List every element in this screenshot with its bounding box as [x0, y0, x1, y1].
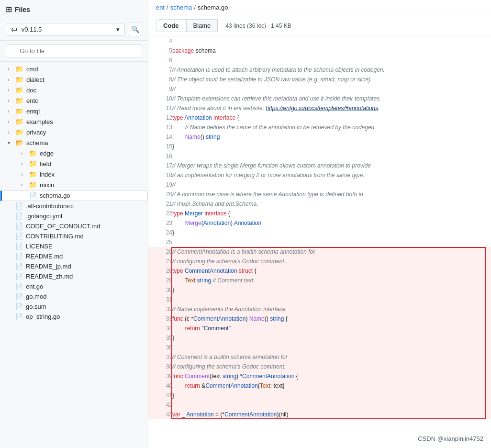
- code-line: 5 package schema: [148, 46, 491, 56]
- line-number: 27: [148, 257, 172, 266]
- sidebar-item-readme-jp[interactable]: 📄 README_jp.md: [0, 261, 148, 271]
- sidebar-item-field[interactable]: › 📁 field: [0, 158, 148, 169]
- line-number: 38: [148, 362, 172, 371]
- line-number: 35: [148, 333, 172, 343]
- goto-file-input[interactable]: [6, 45, 142, 57]
- tree-item-label: op_string.go: [26, 313, 60, 320]
- version-selector[interactable]: 🏷 v0.11.5 ▾: [6, 23, 125, 36]
- chevron-right-icon: ›: [8, 109, 13, 114]
- file-icon: 📄: [15, 273, 23, 280]
- sidebar-item-license[interactable]: 📄 LICENSE: [0, 241, 148, 251]
- line-content: // Template extensions can retrieve this…: [172, 94, 491, 103]
- sidebar-item-gomod[interactable]: 📄 go.mod: [0, 291, 148, 302]
- line-content: func Comment(text string) *CommentAnnota…: [172, 371, 491, 381]
- sidebar-item-contributing[interactable]: 📄 CONTRIBUTING.md: [0, 231, 148, 241]
- code-line: 24 }: [148, 228, 491, 237]
- tree-item-label: doc: [26, 87, 36, 94]
- sidebar-item-privacy[interactable]: › 📁 privacy: [0, 127, 148, 137]
- sidebar-item-edge[interactable]: › 📁 edge: [0, 148, 148, 158]
- sidebar-item-entgo[interactable]: 📄 ent.go: [0, 281, 148, 291]
- code-line: 31: [148, 295, 491, 304]
- sidebar-item-code-of-conduct[interactable]: 📄 CODE_OF_CONDUCT.md: [0, 221, 148, 231]
- sidebar-item-entql[interactable]: › 📁 entql: [0, 106, 148, 116]
- line-number: 10: [148, 94, 172, 103]
- search-button[interactable]: 🔍: [128, 22, 142, 36]
- sidebar-item-mixin[interactable]: › 📁 mixin: [0, 179, 148, 190]
- line-content: // mixin.Schema and ent.Schema.: [172, 199, 491, 209]
- sidebar-item-readme-zh[interactable]: 📄 README_zh.md: [0, 271, 148, 281]
- file-icon: 📄: [15, 243, 23, 250]
- code-line: 17 // Merger wraps the single Merge func…: [148, 161, 491, 170]
- tree-item-label: privacy: [26, 129, 46, 136]
- line-content: //: [172, 84, 491, 94]
- folder-icon: 📁: [29, 149, 37, 157]
- line-number: 26: [148, 247, 172, 257]
- line-content: // Merger wraps the single Merge functio…: [172, 161, 491, 170]
- sidebar-item-readme[interactable]: 📄 README.md: [0, 251, 148, 261]
- code-line: 11 // Read more about it in ent website:…: [148, 103, 491, 113]
- sidebar-item-opstring[interactable]: 📄 op_string.go: [0, 312, 148, 322]
- code-line: 26 // CommentAnnotation is a builtin sch…: [148, 247, 491, 257]
- tree-item-label: .all-contributorsrc: [26, 202, 74, 210]
- version-row: 🏷 v0.11.5 ▾ 🔍: [0, 18, 148, 41]
- file-icon: 📄: [15, 263, 23, 270]
- line-content: // CommentAnnotation is a builtin schema…: [172, 247, 491, 257]
- code-view[interactable]: 4 5 package schema 6 7 // Annotation is …: [148, 36, 491, 448]
- file-icon: 📄: [15, 283, 23, 290]
- sidebar-item-examples[interactable]: › 📁 examples: [0, 116, 148, 127]
- folder-icon: 📁: [15, 97, 23, 104]
- line-content: type Merger interface {: [172, 209, 491, 218]
- line-content: [172, 343, 491, 352]
- sidebar-item-cmd[interactable]: › 📁 cmd: [0, 64, 148, 74]
- code-line: 39 func Comment(text string) *CommentAnn…: [148, 371, 491, 381]
- tree-item-label: CONTRIBUTING.md: [26, 233, 84, 240]
- sidebar-item-doc[interactable]: › 📁 doc: [0, 85, 148, 95]
- sidebar-item-allcontributors[interactable]: 📄 .all-contributorsrc: [0, 201, 148, 211]
- breadcrumb-ent[interactable]: ent: [156, 4, 165, 11]
- code-line: 8 // The object must be serializable to …: [148, 75, 491, 84]
- sidebar-item-schema-go[interactable]: 📄 schema.go: [0, 190, 148, 201]
- sidebar-item-schema[interactable]: ▾ 📂 schema: [0, 137, 148, 148]
- sidebar-item-entc[interactable]: › 📁 entc: [0, 95, 148, 106]
- file-icon: 📄: [15, 293, 23, 300]
- line-content: func (c *CommentAnnotation) Name() strin…: [172, 314, 491, 324]
- line-content: type CommentAnnotation struct {: [172, 266, 491, 276]
- breadcrumb-schema[interactable]: schema: [170, 4, 192, 11]
- sidebar-item-dialect[interactable]: › 📁 dialect: [0, 74, 148, 85]
- code-line: 34 return "Comment": [148, 324, 491, 333]
- chevron-right-icon: ›: [8, 130, 13, 135]
- code-line: 18 // an implementation for merging 2 or…: [148, 170, 491, 180]
- line-content: return &CommentAnnotation{Text: text}: [172, 381, 491, 391]
- line-content: }: [172, 228, 491, 237]
- line-content: // A common use case is where the same A…: [172, 190, 491, 199]
- sidebar-item-gosum[interactable]: 📄 go.sum: [0, 302, 148, 312]
- code-line: 40 return &CommentAnnotation{Text: text}: [148, 381, 491, 391]
- tree-item-label: dialect: [26, 76, 45, 83]
- breadcrumb-current: schema.go: [198, 4, 228, 11]
- sidebar-item-index[interactable]: › 📁 index: [0, 169, 148, 179]
- code-line: 36: [148, 343, 491, 352]
- chevron-right-icon: ›: [8, 77, 13, 82]
- sidebar-item-golangci[interactable]: 📄 .golangci.yml: [0, 211, 148, 221]
- search-icon: 🔍: [131, 25, 139, 33]
- code-line: 4: [148, 36, 491, 46]
- code-line: 22 type Merger interface {: [148, 209, 491, 218]
- line-number: 42: [148, 400, 172, 410]
- line-number: 31: [148, 295, 172, 304]
- line-number: 15: [148, 142, 172, 151]
- tree-item-label: index: [40, 171, 55, 178]
- line-number: 13: [148, 123, 172, 132]
- tree-item-label: README_jp.md: [26, 263, 71, 270]
- line-content: // Name implements the Annotation interf…: [172, 304, 491, 314]
- tab-code[interactable]: Code: [156, 19, 186, 32]
- line-content: var _ Annotation = (*CommentAnnotation)(…: [172, 410, 491, 419]
- tab-blame[interactable]: Blame: [186, 19, 218, 32]
- chevron-right-icon: ›: [8, 88, 13, 93]
- line-content: package schema: [172, 46, 491, 56]
- tree-item-label: entql: [26, 108, 40, 115]
- code-line: 14 Name() string: [148, 132, 491, 142]
- tree-item-label: schema.go: [40, 192, 70, 199]
- code-line: 43 var _ Annotation = (*CommentAnnotatio…: [148, 410, 491, 419]
- code-line: 28 type CommentAnnotation struct {: [148, 266, 491, 276]
- line-number: 17: [148, 161, 172, 170]
